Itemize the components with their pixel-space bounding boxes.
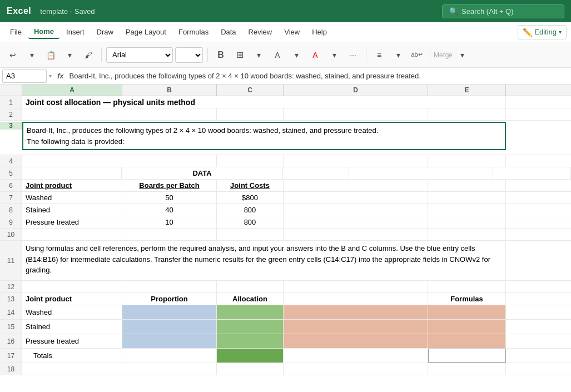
- cell-b8[interactable]: 40: [122, 204, 217, 216]
- cell-a8[interactable]: Stained: [22, 204, 122, 216]
- fill-dropdown[interactable]: ▾: [288, 47, 305, 63]
- dropdown-arrow[interactable]: ▾: [49, 73, 52, 79]
- cell-c2[interactable]: [217, 108, 284, 120]
- undo-button[interactable]: ↩: [4, 47, 21, 63]
- cell-b18[interactable]: [122, 363, 217, 375]
- col-header-b[interactable]: B: [122, 85, 217, 96]
- col-header-e[interactable]: E: [428, 85, 506, 96]
- cell-d16[interactable]: [284, 334, 428, 348]
- align-dropdown[interactable]: ▾: [390, 47, 406, 63]
- undo-dropdown[interactable]: ▾: [23, 47, 40, 63]
- cell-e9[interactable]: [428, 216, 506, 228]
- cell-e5[interactable]: [493, 167, 571, 179]
- cell-c14[interactable]: [217, 305, 284, 319]
- menu-file[interactable]: File: [4, 26, 27, 38]
- cell-b6[interactable]: Boards per Batch: [122, 180, 217, 191]
- cell-a5[interactable]: [22, 167, 122, 179]
- cell-c12[interactable]: [217, 281, 284, 292]
- cell-c16[interactable]: [217, 334, 284, 348]
- font-color-button[interactable]: A: [307, 47, 324, 63]
- cell-c9[interactable]: 800: [217, 216, 284, 228]
- merge-button[interactable]: Merge: [435, 47, 451, 63]
- cell-a7[interactable]: Washed: [22, 192, 122, 204]
- cell-d12[interactable]: [284, 281, 428, 292]
- cell-d18[interactable]: [284, 363, 428, 375]
- menu-view[interactable]: View: [279, 26, 305, 38]
- borders-button[interactable]: ⊞: [231, 47, 248, 63]
- cell-a13[interactable]: Joint product: [22, 293, 122, 305]
- format-painter-button[interactable]: 🖌: [80, 47, 97, 63]
- font-color-dropdown[interactable]: ▾: [326, 47, 342, 63]
- cell-e12[interactable]: [428, 281, 506, 292]
- cell-d2[interactable]: [284, 108, 428, 120]
- clipboard-dropdown[interactable]: ▾: [61, 47, 78, 63]
- cell-b10[interactable]: [122, 229, 217, 240]
- cell-d14[interactable]: [284, 305, 428, 319]
- cell-d8[interactable]: [284, 204, 428, 216]
- menu-insert[interactable]: Insert: [61, 26, 90, 38]
- align-left-button[interactable]: ≡: [371, 47, 388, 63]
- cell-b16[interactable]: [122, 334, 217, 348]
- wrap-text-button[interactable]: ab↵: [409, 47, 425, 63]
- cell-c10[interactable]: [217, 229, 284, 240]
- menu-data[interactable]: Data: [215, 26, 241, 38]
- cell-a6[interactable]: Joint product: [22, 180, 122, 191]
- cell-d10[interactable]: [284, 229, 428, 240]
- cell-a4[interactable]: [22, 155, 122, 167]
- cell-c7[interactable]: $800: [217, 192, 284, 204]
- cell-a15[interactable]: Stained: [22, 320, 122, 334]
- cell-a11[interactable]: Using formulas and cell references, perf…: [22, 241, 506, 280]
- cell-a17[interactable]: Totals: [22, 349, 122, 363]
- bold-button[interactable]: B: [212, 47, 229, 63]
- cell-a1[interactable]: Joint cost allocation — physical units m…: [22, 96, 506, 108]
- cell-a3[interactable]: Board-It, Inc., produces the following t…: [22, 122, 506, 150]
- cell-e18[interactable]: [428, 363, 506, 375]
- cell-b12[interactable]: [122, 281, 217, 292]
- menu-review[interactable]: Review: [243, 26, 278, 38]
- menu-draw[interactable]: Draw: [91, 26, 119, 38]
- cell-c18[interactable]: [217, 363, 284, 375]
- cell-a16[interactable]: Pressure treated: [22, 334, 122, 348]
- cell-a10[interactable]: [22, 229, 122, 240]
- cell-b2[interactable]: [122, 108, 217, 120]
- cell-b14[interactable]: [122, 305, 217, 319]
- cell-a2[interactable]: [22, 108, 122, 120]
- cell-b5[interactable]: DATA: [122, 167, 282, 179]
- cell-d15[interactable]: [284, 320, 428, 334]
- cell-d7[interactable]: [284, 192, 428, 204]
- cell-d9[interactable]: [284, 216, 428, 228]
- cell-d13[interactable]: [284, 293, 428, 305]
- cell-b13[interactable]: Proportion: [122, 293, 217, 305]
- menu-formulas[interactable]: Formulas: [173, 26, 214, 38]
- cell-e10[interactable]: [428, 229, 506, 240]
- menu-home[interactable]: Home: [28, 25, 59, 39]
- cell-c15[interactable]: [217, 320, 284, 334]
- cell-a18[interactable]: [22, 363, 122, 375]
- editing-mode[interactable]: ✏️ Editing ▾: [518, 25, 567, 39]
- cell-e16[interactable]: [428, 334, 506, 348]
- search-box[interactable]: 🔍 Search (Alt + Q): [442, 4, 564, 18]
- cell-e4[interactable]: [428, 155, 506, 167]
- cell-b15[interactable]: [122, 320, 217, 334]
- cell-a14[interactable]: Washed: [22, 305, 122, 319]
- fill-color-button[interactable]: A: [269, 47, 286, 63]
- col-header-a[interactable]: A: [22, 85, 122, 96]
- cell-b17[interactable]: [122, 349, 217, 363]
- cell-c8[interactable]: 800: [217, 204, 284, 216]
- cell-b4[interactable]: [122, 155, 217, 167]
- cell-e13[interactable]: Formulas: [428, 293, 506, 305]
- merge-dropdown[interactable]: ▾: [454, 47, 470, 63]
- cell-a12[interactable]: [22, 281, 122, 292]
- cell-e14[interactable]: [428, 305, 506, 319]
- cell-d4[interactable]: [284, 155, 428, 167]
- cell-reference-box[interactable]: A3: [2, 70, 47, 83]
- more-btn[interactable]: ···: [345, 47, 361, 63]
- cell-c13[interactable]: Allocation: [217, 293, 284, 305]
- font-selector[interactable]: Arial: [106, 47, 173, 63]
- col-header-c[interactable]: C: [217, 85, 284, 96]
- borders-dropdown[interactable]: ▾: [250, 47, 267, 63]
- cell-d5[interactable]: [349, 167, 493, 179]
- font-size-selector[interactable]: [175, 47, 203, 63]
- menu-pagelayout[interactable]: Page Layout: [120, 26, 172, 38]
- cell-e6[interactable]: [428, 180, 506, 191]
